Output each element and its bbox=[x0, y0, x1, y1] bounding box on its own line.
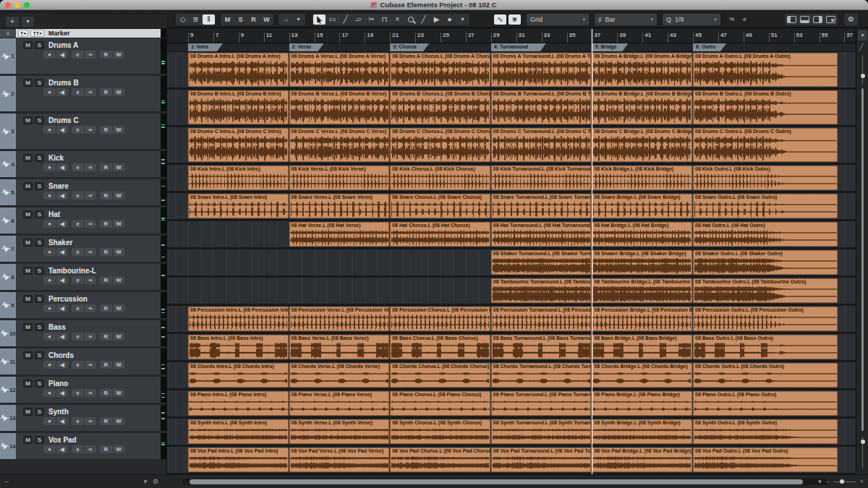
track-header-shaker[interactable]: 7MSShaker●◀e∞RW bbox=[0, 236, 166, 262]
track-header-tambourine-l[interactable]: 8MSTambourine-L●◀e∞RW bbox=[0, 264, 166, 290]
audio-event[interactable]: 08 Vox Pad Bridge.L (08 Vox Pad Bridge) bbox=[592, 448, 692, 472]
monitor-button[interactable]: ◀ bbox=[56, 88, 68, 96]
ruler-options-caret-icon[interactable]: ▾ bbox=[858, 30, 867, 40]
track-solo-button[interactable]: S bbox=[35, 380, 44, 388]
audio-event[interactable]: 08 Snare Verse.L (08 Snare Verse) bbox=[289, 194, 390, 218]
channel-config-button[interactable]: ∞ bbox=[84, 389, 96, 397]
horizontal-scrollbar[interactable] bbox=[182, 479, 828, 485]
track-solo-button[interactable]: S bbox=[35, 210, 44, 218]
track-header-body[interactable]: MSKick●◀e∞RW bbox=[16, 151, 161, 177]
track-list-gear-icon[interactable]: ⚙ bbox=[150, 476, 161, 487]
audio-event[interactable]: 08 Piano Outro.L (08 Piano Outro) bbox=[693, 391, 838, 416]
audio-event[interactable]: 08 Drums A Intro.L (08 Drums A Intro) bbox=[188, 53, 289, 87]
marker-flag[interactable]: 3: Chorus bbox=[390, 43, 429, 51]
audio-event[interactable]: 08 Percussion Intro.L (08 Percussion Int… bbox=[188, 307, 289, 331]
track-header-drums-a[interactable]: 1MSDrums A●◀e∞RW bbox=[0, 38, 166, 74]
write-automation-button[interactable]: W bbox=[112, 163, 124, 171]
marker-flag[interactable]: 1: Intro bbox=[188, 43, 223, 51]
scrollbar-thumb[interactable] bbox=[190, 479, 803, 484]
read-automation-button[interactable]: R bbox=[100, 417, 112, 425]
channel-config-button[interactable]: ∞ bbox=[84, 276, 96, 284]
audio-event[interactable]: 08 Synth Outro.L (08 Synth Outro) bbox=[693, 419, 838, 444]
read-automation-button[interactable]: R bbox=[100, 276, 112, 284]
audio-event[interactable]: 08 Percussion Chorus.L (08 Percussion Ch… bbox=[390, 307, 490, 331]
solo-all-button[interactable]: S bbox=[234, 14, 247, 25]
slider-thumb[interactable] bbox=[861, 74, 865, 78]
audio-event[interactable]: 08 Piano Intro.L (08 Piano Intro) bbox=[188, 391, 289, 416]
audio-event[interactable]: 08 Piano Verse.L (08 Piano Verse) bbox=[289, 391, 390, 416]
audio-event[interactable]: 08 Kick Chorus.L (08 Kick Chorus) bbox=[390, 166, 490, 190]
split-tool[interactable]: ✂ bbox=[365, 14, 378, 25]
read-automation-button[interactable]: R bbox=[100, 445, 112, 453]
channel-config-button[interactable]: ∞ bbox=[84, 304, 96, 312]
edit-channel-button[interactable]: e bbox=[72, 276, 84, 284]
audio-event[interactable]: 08 Drums B Chorus.L (08 Drums B Chorus) bbox=[390, 90, 490, 124]
audio-event[interactable]: 08 Drums A Turnaround.L (08 Drums A Turn… bbox=[491, 53, 592, 87]
zoom-in-button[interactable]: + bbox=[860, 478, 864, 485]
write-automation-button[interactable]: W bbox=[112, 248, 124, 256]
monitor-button[interactable]: ◀ bbox=[56, 389, 68, 397]
write-automation-button[interactable]: W bbox=[112, 220, 124, 228]
track-solo-button[interactable]: S bbox=[35, 182, 44, 190]
track-solo-button[interactable]: S bbox=[35, 116, 44, 124]
monitor-button[interactable]: ◀ bbox=[56, 220, 68, 228]
audio-event[interactable]: 08 Kick Turnaround.L (08 Kick Turnaround… bbox=[491, 166, 592, 190]
track-header-body[interactable]: MSBass●◀e∞RW bbox=[16, 320, 161, 346]
channel-config-button[interactable]: ∞ bbox=[84, 445, 96, 453]
track-header-body[interactable]: MSDrums A●◀e∞RW bbox=[16, 38, 161, 74]
monitor-button[interactable]: ◀ bbox=[56, 333, 68, 341]
audio-event[interactable]: 08 Drums B Verse.L (08 Drums B Verse) bbox=[289, 90, 390, 124]
close-button[interactable] bbox=[5, 2, 11, 8]
audio-event[interactable]: 08 Drums C Bridge.L (08 Drums C Bridge) bbox=[592, 128, 692, 162]
edit-channel-button[interactable]: e bbox=[72, 417, 84, 425]
audio-event[interactable]: 08 Drums A Chorus.L (08 Drums A Chorus) bbox=[390, 53, 490, 87]
grid-type-dropdown[interactable]: ♯ Bar ▾ bbox=[595, 14, 657, 25]
slider-thumb[interactable] bbox=[840, 479, 844, 484]
audio-event[interactable]: 08 Drums C Intro.L (08 Drums C Intro) bbox=[188, 128, 289, 162]
monitor-button[interactable]: ◀ bbox=[56, 163, 68, 171]
edit-channel-button[interactable]: e bbox=[72, 126, 84, 134]
track-header-kick[interactable]: 4MSKick●◀e∞RW bbox=[0, 151, 166, 177]
write-automation-button[interactable]: W bbox=[112, 389, 124, 397]
audio-event[interactable]: 08 Chords Bridge.L (08 Chords Bridge) bbox=[592, 363, 692, 388]
track-solo-button[interactable]: S bbox=[35, 154, 44, 162]
write-automation-button[interactable]: W bbox=[112, 445, 124, 453]
read-automation-button[interactable]: R bbox=[100, 361, 112, 369]
channel-config-button[interactable]: ∞ bbox=[84, 51, 96, 59]
edit-channel-button[interactable]: e bbox=[72, 192, 84, 200]
audio-event[interactable]: 08 Chords Turnaround.L (08 Chords Turnar… bbox=[491, 363, 592, 388]
channel-config-button[interactable]: ∞ bbox=[84, 88, 96, 96]
audio-event[interactable]: 08 Snare Bridge.L (08 Snare Bridge) bbox=[592, 194, 692, 218]
marker-track-header[interactable]: ≡T+TT+Marker bbox=[0, 29, 166, 38]
audio-event[interactable]: 08 Percussion Turnaround.L (08 Percussio… bbox=[491, 307, 592, 331]
audio-event[interactable]: 08 Shaker Outro.L (08 Shaker Outro) bbox=[693, 250, 838, 275]
track-header-percussion[interactable]: 9MSPercussion●◀e∞RW bbox=[0, 292, 166, 318]
audio-event[interactable]: 08 Tambourine Turnaround.L (08 Tambourin… bbox=[491, 278, 592, 303]
edit-channel-button[interactable]: e bbox=[72, 220, 84, 228]
track-solo-button[interactable]: S bbox=[35, 408, 44, 416]
track-mute-button[interactable]: M bbox=[23, 154, 33, 162]
read-automation-button[interactable]: R bbox=[100, 51, 112, 59]
monitor-button[interactable]: ◀ bbox=[56, 304, 68, 312]
record-enable-button[interactable]: ● bbox=[43, 126, 56, 134]
monitor-button[interactable]: ◀ bbox=[56, 126, 68, 134]
track-presets-caret-icon[interactable]: ▾ bbox=[22, 17, 34, 27]
audio-event[interactable]: 08 Percussion Verse.L (08 Percussion Ver… bbox=[289, 307, 390, 331]
audio-event[interactable]: 08 Drums A Outro.L (08 Drums A Outro) bbox=[693, 53, 838, 87]
audio-event[interactable]: 08 Synth Intro.L (08 Synth Intro) bbox=[188, 419, 289, 444]
record-enable-button[interactable]: ● bbox=[43, 389, 56, 397]
marker-flag[interactable]: 2: Verse bbox=[289, 43, 324, 51]
snap-type-dropdown[interactable]: Grid ▾ bbox=[527, 14, 589, 25]
minimize-button[interactable] bbox=[14, 2, 20, 8]
channel-config-button[interactable]: ∞ bbox=[84, 192, 96, 200]
color-tool[interactable]: ● bbox=[443, 14, 456, 25]
audio-event[interactable]: 08 Drums B Turnaround.L (08 Drums B Turn… bbox=[491, 90, 592, 124]
audio-event[interactable]: 08 Drums B Bridge.L (08 Drums B Bridge) bbox=[592, 90, 692, 124]
record-enable-button[interactable]: ● bbox=[43, 361, 56, 369]
channel-config-button[interactable]: ∞ bbox=[84, 220, 96, 228]
audio-event[interactable]: 08 Snare Outro.L (08 Snare Outro) bbox=[693, 194, 838, 218]
vertical-scrollbar[interactable] bbox=[861, 88, 864, 431]
track-header-body[interactable]: MSShaker●◀e∞RW bbox=[16, 236, 161, 262]
track-solo-button[interactable]: S bbox=[35, 436, 44, 444]
track-visibility-icon[interactable]: ≣ bbox=[190, 14, 202, 25]
